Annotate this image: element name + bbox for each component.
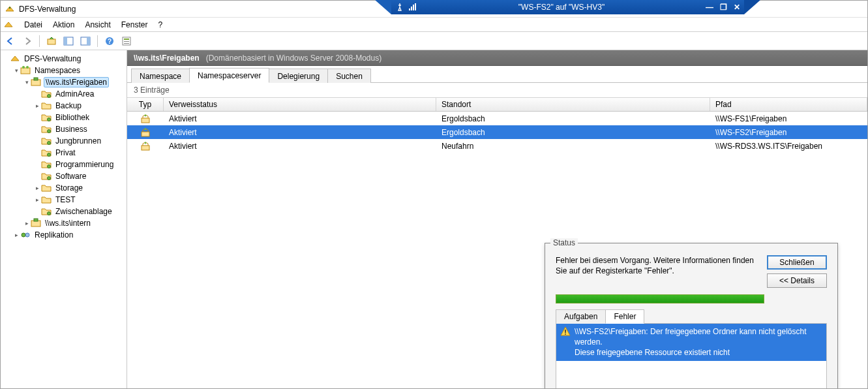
toolbar: ?: [1, 32, 867, 50]
tree-item-label: Jungbrunnen: [54, 136, 102, 146]
app-small-icon: [3, 20, 14, 30]
svg-point-32: [25, 233, 29, 237]
svg-text:?: ?: [108, 38, 112, 45]
cell-standort: Neufahrn: [436, 142, 710, 151]
error-item[interactable]: \\WS-FS2\Freigaben: Der freigegebene Ord…: [556, 324, 826, 361]
tree-root[interactable]: DFS-Verwaltung: [1, 53, 127, 65]
expand-icon[interactable]: ▸: [33, 196, 41, 203]
tree-item[interactable]: Jungbrunnen: [1, 135, 127, 147]
grid-row[interactable]: AktiviertNeufahrn\\WS-RDS3.WS.ITS\Freiga…: [127, 139, 867, 153]
tree-item[interactable]: ▸Storage: [1, 182, 127, 194]
svg-point-22: [48, 118, 51, 121]
grid-row[interactable]: AktiviertErgoldsbach\\WS-FS1\Freigaben: [127, 112, 867, 125]
expand-icon[interactable]: ▾: [12, 67, 20, 74]
svg-point-23: [48, 130, 51, 133]
tab-namespaceserver[interactable]: Namespaceserver: [189, 68, 269, 83]
svg-point-38: [145, 142, 147, 144]
tree-item[interactable]: Business: [1, 123, 127, 135]
col-standort[interactable]: Standort: [436, 98, 710, 111]
col-pfad[interactable]: Pfad: [710, 98, 867, 111]
cell-standort: Ergoldsbach: [436, 128, 710, 137]
tree-item[interactable]: Bibliothek: [1, 112, 127, 123]
remote-session-bar: "WS-FS2" auf "WS-HV3" — ❐ ✕: [391, 0, 744, 14]
details-button[interactable]: << Details: [767, 273, 827, 288]
folder-icon: [41, 101, 52, 111]
menu-aktion[interactable]: Aktion: [48, 19, 80, 31]
tree-item-label: \\ws.its\Freigaben: [44, 77, 109, 87]
menu-help[interactable]: ?: [153, 19, 168, 31]
col-typ[interactable]: Typ: [127, 98, 164, 111]
folder-icon: [41, 194, 52, 205]
tab-suchen[interactable]: Suchen: [327, 69, 371, 83]
path-bar: \\ws.its\Freigaben (Domänenbasiert in Wi…: [127, 50, 867, 66]
forward-button[interactable]: [20, 34, 35, 48]
row-icon: [127, 127, 164, 138]
share-icon: [31, 77, 41, 87]
expand-icon[interactable]: ▸: [12, 232, 20, 238]
tree-item-label: AdminArea: [54, 89, 95, 99]
subtab-fehler[interactable]: Fehler: [605, 309, 644, 324]
tree-item[interactable]: Privat: [1, 147, 127, 159]
up-button[interactable]: [44, 34, 59, 48]
svg-point-34: [145, 114, 147, 116]
error-line2: Diese freigegebene Ressource existiert n…: [575, 348, 730, 357]
svg-rect-33: [142, 118, 149, 123]
tree-item[interactable]: ▸\\ws.its\intern: [1, 217, 127, 229]
col-status[interactable]: Verweisstatus: [164, 98, 436, 111]
folder-icon: [41, 183, 52, 193]
cell-status: Aktiviert: [164, 128, 436, 137]
cell-status: Aktiviert: [164, 142, 436, 151]
cell-pfad: \\WS-FS1\Freigaben: [710, 114, 867, 123]
expand-icon[interactable]: ▸: [33, 185, 41, 191]
tab-namespace[interactable]: Namespace: [131, 69, 190, 83]
menu-fenster[interactable]: Fenster: [116, 19, 153, 31]
close-button[interactable]: Schließen: [767, 255, 827, 270]
svg-rect-40: [565, 334, 566, 335]
svg-point-18: [26, 66, 29, 69]
expand-icon[interactable]: ▾: [23, 79, 31, 86]
signal-icon[interactable]: [408, 3, 417, 12]
tree-item[interactable]: ▾Namespaces: [1, 65, 127, 76]
svg-point-36: [145, 128, 147, 130]
tree-item-label: Programmierung: [54, 160, 115, 169]
svg-rect-0: [409, 8, 410, 10]
pin-icon[interactable]: [395, 3, 404, 12]
properties-button[interactable]: [119, 34, 134, 48]
subtab-aufgaben[interactable]: Aufgaben: [556, 309, 606, 324]
row-icon: [127, 114, 164, 124]
menu-datei[interactable]: Datei: [19, 19, 48, 31]
expand-icon[interactable]: ▸: [23, 220, 31, 226]
tree-item[interactable]: ▾\\ws.its\Freigaben: [1, 76, 127, 88]
tree-item[interactable]: Zwischenablage: [1, 206, 127, 217]
expand-icon[interactable]: ▸: [33, 102, 41, 109]
tree-item[interactable]: ▸Replikation: [1, 229, 127, 241]
toolbar-separator-2: [97, 35, 98, 47]
tree-item[interactable]: ▸TEST: [1, 194, 127, 206]
error-list: \\WS-FS2\Freigaben: Der freigegebene Ord…: [556, 324, 827, 389]
tree-item-label: Replikation: [33, 230, 74, 240]
menu-bar: Datei Aktion Ansicht Fenster ?: [1, 18, 867, 32]
restore-icon[interactable]: ❐: [720, 3, 727, 12]
panel-right-button[interactable]: [78, 34, 93, 48]
tree-item[interactable]: ▸Backup: [1, 100, 127, 112]
back-button[interactable]: [3, 34, 18, 48]
dialog-sub-tabs: Aufgaben Fehler: [556, 309, 827, 324]
menu-ansicht[interactable]: Ansicht: [80, 19, 115, 31]
grid-row[interactable]: AktiviertErgoldsbach\\WS-FS2\Freigaben: [127, 125, 867, 139]
cell-pfad: \\WS-FS2\Freigaben: [710, 128, 867, 137]
help-button[interactable]: ?: [102, 34, 117, 48]
tree-item[interactable]: AdminArea: [1, 88, 127, 100]
panel-left-button[interactable]: [61, 34, 76, 48]
tab-delegierung[interactable]: Delegierung: [269, 69, 328, 83]
close-icon[interactable]: ✕: [734, 3, 740, 12]
tree-item-label: Business: [54, 125, 89, 134]
path-secondary: (Domänenbasiert in Windows Server 2008-M…: [206, 54, 382, 63]
cell-status: Aktiviert: [164, 114, 436, 123]
tree-item[interactable]: Software: [1, 170, 127, 182]
tree-item[interactable]: Programmierung: [1, 159, 127, 170]
warning-icon: [560, 326, 571, 337]
minimize-icon[interactable]: —: [706, 3, 713, 12]
path-primary: \\ws.its\Freigaben: [134, 54, 200, 63]
tree-item-label: Namespaces: [33, 66, 82, 75]
svg-rect-37: [142, 146, 149, 150]
